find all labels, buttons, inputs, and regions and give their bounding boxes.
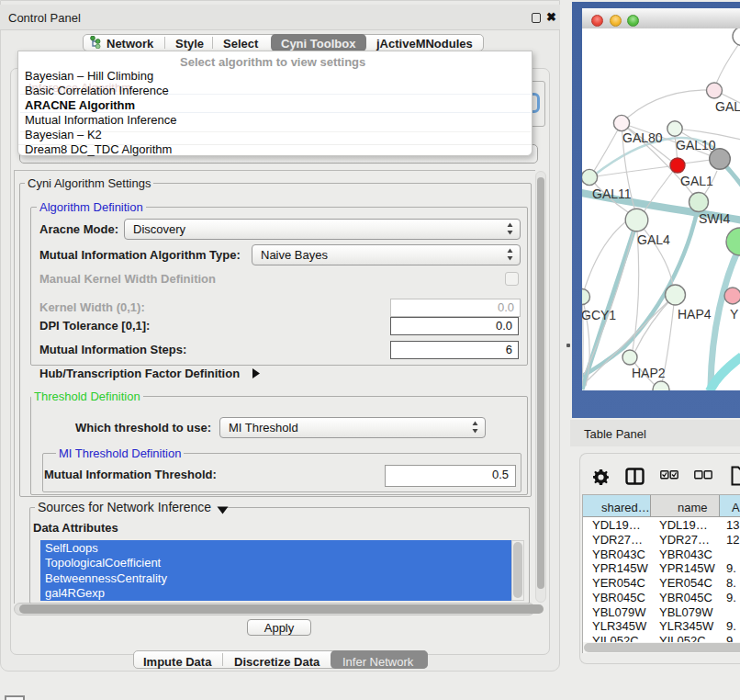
svg-text:GAL1: GAL1 <box>680 174 713 188</box>
svg-text:GAL10: GAL10 <box>676 138 716 152</box>
svg-text:HAP2: HAP2 <box>632 366 666 380</box>
svg-text:HAP4: HAP4 <box>678 307 712 322</box>
svg-text:SWI4: SWI4 <box>699 211 730 226</box>
svg-text:Y: Y <box>730 307 739 322</box>
svg-text:GAL2: GAL2 <box>715 99 740 114</box>
svg-text:GCY1: GCY1 <box>582 308 616 322</box>
svg-text:GAL11: GAL11 <box>592 186 632 201</box>
svg-text:GAL4: GAL4 <box>637 232 670 247</box>
svg-text:GAL80: GAL80 <box>622 130 663 145</box>
